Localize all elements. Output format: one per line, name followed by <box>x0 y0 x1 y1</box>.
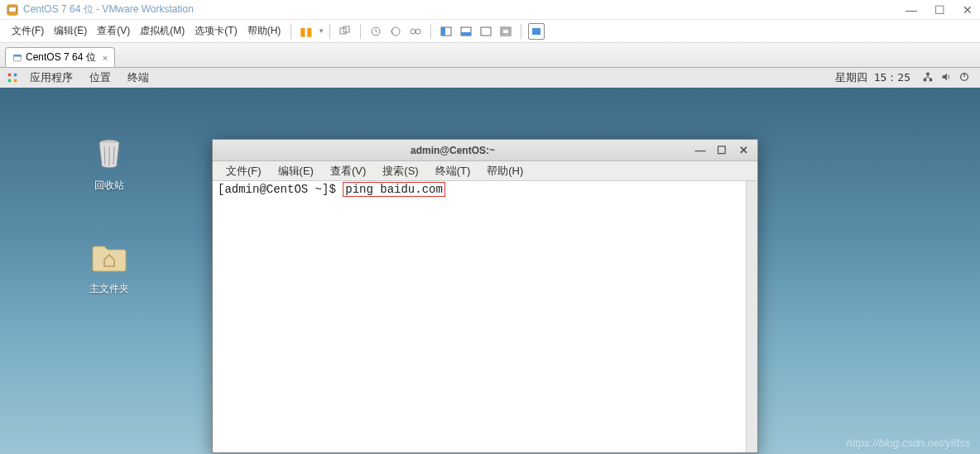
separator <box>521 24 521 39</box>
snapshot-manager-icon[interactable] <box>407 23 424 40</box>
svg-rect-18 <box>8 74 12 77</box>
guest-display: 应用程序 位置 终端 星期四 15：25 回收站 主文件夹 admin@Cent… <box>0 68 980 454</box>
svg-rect-21 <box>14 79 17 83</box>
terminal-prompt: [admin@CentOS ~]$ <box>218 183 343 196</box>
network-icon[interactable] <box>920 71 935 85</box>
vmware-menubar: 文件(F) 编辑(E) 查看(V) 虚拟机(M) 选项卡(T) 帮助(H) ▮▮… <box>0 20 980 43</box>
terminal-maximize-button[interactable]: ☐ <box>714 143 729 158</box>
close-button[interactable]: ✕ <box>962 3 973 17</box>
svg-point-6 <box>411 29 416 34</box>
menu-vm[interactable]: 虚拟机(M) <box>135 22 190 41</box>
volume-icon[interactable] <box>939 71 954 85</box>
svg-rect-14 <box>502 29 509 34</box>
chevron-down-icon[interactable]: ▼ <box>318 27 324 35</box>
snapshot-revert-icon[interactable] <box>387 23 404 40</box>
console-view-icon[interactable] <box>478 23 494 40</box>
gnome-menu-places[interactable]: 位置 <box>81 70 119 85</box>
svg-point-7 <box>416 29 420 34</box>
svg-rect-20 <box>8 79 12 83</box>
gnome-clock[interactable]: 星期四 15：25 <box>827 70 919 85</box>
gnome-desktop[interactable]: 回收站 主文件夹 admin@CentOS:~ — ☐ ✕ 文件(F) 编辑(E… <box>0 88 980 454</box>
vm-tab-icon <box>12 53 22 63</box>
svg-rect-12 <box>481 27 491 36</box>
svg-rect-15 <box>532 28 540 35</box>
terminal-scrollbar[interactable] <box>746 181 757 452</box>
svg-rect-1 <box>9 7 17 12</box>
send-ctrl-alt-del-icon[interactable] <box>337 23 353 40</box>
menu-view[interactable]: 查看(V) <box>92 22 135 41</box>
terminal-command: ping baidu.com <box>343 182 445 197</box>
snapshot-take-icon[interactable] <box>368 23 384 40</box>
separator <box>291 24 291 39</box>
terminal-titlebar[interactable]: admin@CentOS:~ — ☐ ✕ <box>213 140 757 161</box>
terminal-close-button[interactable]: ✕ <box>736 143 751 158</box>
menu-tabs[interactable]: 选项卡(T) <box>190 22 242 41</box>
vmware-logo-icon <box>7 4 18 16</box>
term-menu-edit[interactable]: 编辑(E) <box>270 164 322 179</box>
tab-close-icon[interactable]: × <box>103 53 108 63</box>
menu-edit[interactable]: 编辑(E) <box>49 22 92 41</box>
separator <box>360 24 361 39</box>
term-menu-terminal[interactable]: 终端(T) <box>427 164 479 179</box>
separator <box>329 24 330 39</box>
folder-home-icon <box>89 237 129 276</box>
unity-icon[interactable] <box>458 23 474 40</box>
terminal-minimize-button[interactable]: — <box>693 143 708 158</box>
maximize-button[interactable]: ☐ <box>934 3 945 17</box>
menu-file[interactable]: 文件(F) <box>7 22 49 41</box>
trash-label: 回收站 <box>76 179 142 193</box>
desktop-icon-home[interactable]: 主文件夹 <box>76 237 142 296</box>
fullscreen-icon[interactable] <box>438 23 454 40</box>
terminal-body[interactable]: [admin@CentOS ~]$ ping baidu.com <box>213 181 757 452</box>
vmware-title-text: CentOS 7 64 位 - VMware Workstation <box>23 2 906 17</box>
svg-rect-23 <box>924 78 927 81</box>
term-menu-file[interactable]: 文件(F) <box>218 164 270 179</box>
svg-rect-24 <box>930 78 933 81</box>
terminal-title: admin@CentOS:~ <box>219 145 686 156</box>
svg-rect-9 <box>441 27 445 36</box>
power-icon[interactable] <box>957 71 972 85</box>
gnome-menu-apps[interactable]: 应用程序 <box>22 70 81 85</box>
vmware-title-bar: CentOS 7 64 位 - VMware Workstation — ☐ ✕ <box>0 0 980 20</box>
svg-rect-17 <box>14 55 22 56</box>
terminal-window: admin@CentOS:~ — ☐ ✕ 文件(F) 编辑(E) 查看(V) 搜… <box>212 139 758 453</box>
gnome-top-bar: 应用程序 位置 终端 星期四 15：25 <box>0 68 980 88</box>
watermark: https://blog.csdn.net/yiftss <box>846 437 970 449</box>
svg-rect-22 <box>926 72 930 75</box>
activities-icon <box>7 72 18 84</box>
menu-help[interactable]: 帮助(H) <box>243 22 286 41</box>
vmware-tab-strip: CentOS 7 64 位 × <box>0 43 980 68</box>
home-label: 主文件夹 <box>76 282 142 296</box>
trash-icon <box>89 133 129 173</box>
stretch-icon[interactable] <box>497 23 514 40</box>
vmware-window-controls: — ☐ ✕ <box>906 3 973 17</box>
term-menu-help[interactable]: 帮助(H) <box>478 164 531 179</box>
term-menu-search[interactable]: 搜索(S) <box>374 164 426 179</box>
term-menu-view[interactable]: 查看(V) <box>322 164 374 179</box>
desktop-icon-trash[interactable]: 回收站 <box>76 133 142 193</box>
svg-rect-19 <box>14 74 17 77</box>
minimize-button[interactable]: — <box>906 3 917 17</box>
vm-tab-centos[interactable]: CentOS 7 64 位 × <box>5 47 115 67</box>
thumbnail-icon[interactable] <box>528 23 545 40</box>
terminal-menubar: 文件(F) 编辑(E) 查看(V) 搜索(S) 终端(T) 帮助(H) <box>213 161 757 181</box>
vm-tab-label: CentOS 7 64 位 <box>26 50 96 65</box>
svg-point-5 <box>392 27 400 36</box>
gnome-menu-terminal[interactable]: 终端 <box>119 70 157 85</box>
terminal-line: [admin@CentOS ~]$ ping baidu.com <box>218 183 752 196</box>
pause-icon[interactable]: ▮▮ <box>298 23 315 40</box>
separator <box>430 24 431 39</box>
svg-rect-11 <box>461 32 471 36</box>
